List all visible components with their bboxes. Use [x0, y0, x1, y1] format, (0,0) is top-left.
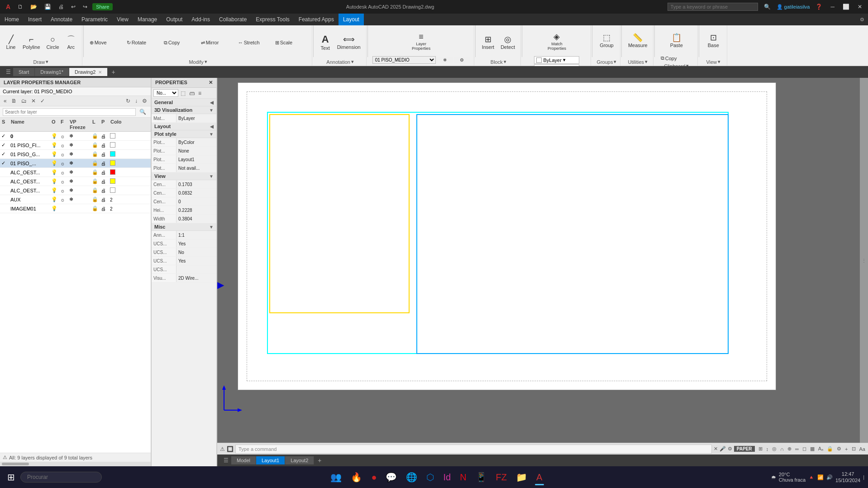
expand-all-btn[interactable]: « [2, 97, 9, 105]
layer-search-input[interactable] [3, 108, 136, 116]
menu-home[interactable]: Home [0, 14, 24, 25]
layer-row-0[interactable]: ✓ 0 💡 ☼ ❄ 🔒 🖨 [0, 132, 151, 141]
sound-icon[interactable]: 🔊 [826, 474, 833, 480]
canvas-area[interactable]: ▶ ⋮ ⚠ 🔲 Type a command ✕ [217, 78, 868, 466]
transparency-icon[interactable]: ◻ [802, 446, 806, 452]
dimension-btn[interactable]: ⟺ Dimension [334, 29, 363, 56]
layer-row-3[interactable]: ✓ 01 PISO_... 💡 ☼ ❄ 🔒 🖨 [0, 159, 151, 168]
general-section-header[interactable]: General ◀ [152, 99, 216, 106]
drawing-canvas[interactable]: ▶ ⋮ [217, 78, 868, 443]
detect-btn[interactable]: ◎ Detect [498, 29, 518, 56]
taskbar-filezilla[interactable]: FZ [492, 470, 510, 484]
modify-label[interactable]: Modify▾ [189, 58, 207, 65]
menu-layout[interactable]: Layout [339, 14, 364, 25]
measure-btn[interactable]: 📏 Measure [625, 27, 650, 54]
properties-close[interactable]: ✕ [209, 80, 213, 86]
polyline-btn[interactable]: ⌐ Polyline [20, 29, 43, 56]
menu-parametric[interactable]: Parametric [77, 14, 112, 25]
base-btn[interactable]: ⊡ Base [705, 27, 722, 54]
print-btn[interactable]: 🖨 [56, 3, 66, 11]
circle-btn[interactable]: ○ Circle [44, 29, 62, 56]
menu-insert[interactable]: Insert [24, 14, 46, 25]
doc-tab-home[interactable]: Start [13, 68, 35, 76]
selection-dropdown[interactable]: No... [153, 89, 178, 97]
utilities-label[interactable]: Utilities▾ [628, 58, 648, 65]
annotation-icon[interactable]: Aa [859, 446, 865, 452]
group-btn[interactable]: ⬚ Group [597, 27, 616, 54]
plot-style-section-header[interactable]: Plot style ▼ [152, 130, 216, 138]
close-btn[interactable]: ✕ [855, 3, 864, 11]
start-btn[interactable]: ⊞ [4, 470, 19, 484]
taskbar-firefox[interactable]: 🔥 [347, 470, 366, 484]
mat-value[interactable]: ByLayer [176, 116, 216, 121]
save-btn[interactable]: 💾 [42, 3, 53, 11]
taskbar-android[interactable]: 📱 [472, 470, 491, 484]
search-icon[interactable]: 🔍 [762, 3, 773, 11]
current-layer-dropdown[interactable]: 01 PISO_MEDIO [372, 56, 436, 64]
app-icon[interactable]: A [4, 2, 13, 11]
paste-btn[interactable]: 📋 Paste [668, 27, 686, 54]
user-account[interactable]: 👤 gatileiasilva [777, 4, 810, 10]
layer-row-7[interactable]: AUX 💡 ☼ ❄ 🔒 🖨 2 [0, 195, 151, 204]
doc-tab-drawing2[interactable]: Drawing2 ✕ [69, 68, 108, 76]
annotation-label[interactable]: Annotation▾ [326, 58, 354, 65]
layer-row-2[interactable]: ✓ 01 PISO_G... 💡 ☼ ❄ 🔒 🖨 [0, 150, 151, 159]
open-btn[interactable]: 📂 [28, 3, 39, 11]
menu-output[interactable]: Output [162, 14, 187, 25]
select-icon[interactable]: ▦ [810, 446, 815, 452]
taskbar-edge[interactable]: 🌐 [402, 470, 421, 484]
lineweight-icon[interactable]: ═ [795, 446, 799, 452]
visualization-section-header[interactable]: 3D Visualization ▼ [152, 106, 216, 114]
col-name[interactable]: Name [9, 119, 50, 130]
prop-icon2[interactable]: 🗃 [188, 90, 196, 97]
taskbar-whatsapp[interactable]: 💬 [382, 470, 401, 484]
scale-btn[interactable]: ⊞ Scale [273, 39, 309, 47]
delete-layer-btn[interactable]: ✕ [29, 97, 38, 105]
arc-btn[interactable]: ⌒ Arc [63, 29, 79, 56]
ortho-icon[interactable]: ↕ [766, 446, 769, 452]
doc-tab-drawing1[interactable]: Drawing1* [35, 68, 69, 76]
show-desktop-btn[interactable]: | [863, 474, 864, 480]
copy-btn[interactable]: ⧉ Copy [162, 39, 198, 47]
draw-label[interactable]: Draw▾ [33, 58, 48, 65]
insert-btn[interactable]: ⊞ Insert [479, 29, 497, 56]
network-icon[interactable]: 📶 [817, 474, 824, 480]
color-dropdown[interactable]: ByLayer▾ [534, 56, 579, 64]
system-tray[interactable]: 🔺 [808, 474, 815, 480]
layer-row-1[interactable]: ✓ 01 PISO_FI... 💡 ☼ ❄ 🔒 🖨 [0, 141, 151, 150]
command-settings-btn[interactable]: ⚙ [728, 446, 732, 452]
set-current-btn[interactable]: ✓ [38, 97, 47, 105]
layer-state-btn[interactable]: ↓ [133, 97, 139, 105]
menu-collaborate[interactable]: Collaborate [215, 14, 251, 25]
paper-mode-btn[interactable]: PAPER [734, 446, 755, 452]
global-search[interactable] [668, 3, 758, 11]
layer-filter-search-btn[interactable]: 🔍 [138, 108, 148, 116]
layer-row-5[interactable]: ALC_OEST... 💡 ☼ ❄ 🔒 🖨 [0, 177, 151, 186]
layer-row-6[interactable]: ALC_OEST... 💡 ☼ ❄ 🔒 🖨 [0, 186, 151, 195]
snap-icon[interactable]: ⊞ [758, 446, 763, 452]
groups-label[interactable]: Groups▾ [596, 58, 616, 65]
polar-icon[interactable]: ◎ [772, 446, 777, 452]
stretch-btn[interactable]: ↔ Stretch [236, 39, 272, 46]
move-btn[interactable]: ⊕ Move [87, 39, 124, 47]
command-mic-btn[interactable]: 🎤 [720, 446, 726, 452]
menu-manage[interactable]: Manage [133, 14, 162, 25]
layout-section-header[interactable]: Layout ◀ [152, 123, 216, 130]
sidebar-toggle[interactable]: ☰ [4, 68, 13, 76]
minimize-btn[interactable]: ─ [828, 3, 837, 11]
new-btn[interactable]: 🗋 [15, 3, 25, 11]
menu-featured[interactable]: Featured Apps [294, 14, 339, 25]
command-input[interactable]: Type a command [235, 445, 712, 454]
new-layer-btn[interactable]: 🗎 [10, 97, 19, 105]
line-btn[interactable]: ╱ Line [3, 29, 19, 56]
layer-properties-btn[interactable]: ≡ LayerProperties [409, 28, 433, 55]
taskbar-indesign[interactable]: Id [439, 470, 454, 484]
menu-annotate[interactable]: Annotate [46, 14, 77, 25]
layer-row-4[interactable]: ALC_OEST... 💡 ☼ ❄ 🔒 🖨 [0, 168, 151, 177]
new-drawing-btn[interactable]: + [108, 67, 119, 77]
refresh-btn[interactable]: ↻ [124, 97, 132, 105]
share-btn[interactable]: Share [92, 3, 113, 10]
redo-btn[interactable]: ↪ [81, 3, 90, 11]
taskbar-netflix[interactable]: N [456, 470, 470, 484]
view-section-header[interactable]: View ▼ [152, 172, 216, 180]
